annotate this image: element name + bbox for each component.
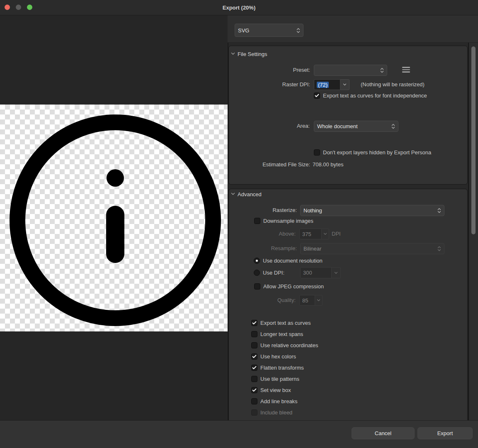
use-hex-colors-checkbox[interactable]: Use hex colors xyxy=(251,353,296,360)
checkbox-label: Use tile patterns xyxy=(260,376,299,382)
preset-label: Preset: xyxy=(265,67,310,73)
raster-dpi-label: Raster DPI: xyxy=(260,81,310,88)
checkmark-icon xyxy=(252,366,257,370)
raster-dpi-note: (Nothing will be rasterized) xyxy=(361,81,425,88)
chevron-down-icon xyxy=(334,272,338,274)
longer-text-spans-checkbox[interactable]: Longer text spans xyxy=(251,331,303,337)
checkbox-box xyxy=(251,365,257,371)
checkbox-box xyxy=(254,218,260,224)
use-dpi-value: 300 xyxy=(303,270,312,276)
title-bar: Export (20%) xyxy=(0,0,478,15)
checkbox-box xyxy=(251,320,257,326)
checkbox-label: Use hex colors xyxy=(260,353,296,360)
above-dpi-value: 375 xyxy=(302,231,311,237)
checkbox-label: Add line breaks xyxy=(260,398,298,404)
rasterize-label: Rasterize: xyxy=(253,207,297,214)
window-title: Export (20%) xyxy=(0,0,478,15)
radio-dot xyxy=(254,270,260,276)
select-chevrons-icon xyxy=(296,28,300,33)
export-preview xyxy=(0,15,228,420)
raster-dpi-dropdown-button[interactable] xyxy=(340,79,349,90)
checkbox-box xyxy=(251,376,257,382)
checkbox-box xyxy=(314,93,320,99)
use-relative-coordinates-checkbox[interactable]: Use relative coordinates xyxy=(251,342,318,348)
rasterize-select-value: Nothing xyxy=(303,207,322,214)
quality-input: 85 xyxy=(299,295,315,306)
dont-export-hidden-layers-checkbox[interactable]: Don't export layers hidden by Export Per… xyxy=(314,149,431,156)
area-select-value: Whole document xyxy=(317,123,358,129)
checkbox-label: Flatten transforms xyxy=(260,365,304,371)
export-text-as-curves-checkbox[interactable]: Export text as curves xyxy=(251,319,311,326)
format-select[interactable]: SVG xyxy=(235,24,303,37)
checkbox-label: Export text as curves for font independe… xyxy=(323,93,427,99)
export-dialog: Export (20%) SVG File Settings Preset: xyxy=(0,0,478,448)
include-bleed-checkbox: Include bleed xyxy=(251,409,292,416)
scrollbar-thumb[interactable] xyxy=(471,46,476,234)
checkbox-box xyxy=(251,409,257,416)
chevron-down-icon xyxy=(317,299,320,302)
allow-jpeg-compression-checkbox[interactable]: Allow JPEG compression xyxy=(254,283,324,290)
format-select-value: SVG xyxy=(238,27,249,34)
checkbox-box xyxy=(251,331,257,337)
checkmark-icon xyxy=(252,355,257,358)
radio-label: Use DPI: xyxy=(263,270,284,276)
use-tile-patterns-checkbox[interactable]: Use tile patterns xyxy=(251,375,299,382)
select-chevrons-icon xyxy=(391,124,395,129)
checkbox-box xyxy=(314,149,320,156)
dpi-unit-label: DPI xyxy=(332,231,341,237)
checkbox-label: Longer text spans xyxy=(260,331,303,337)
quality-dropdown-button xyxy=(315,295,323,306)
chevron-down-icon xyxy=(343,83,347,86)
close-button[interactable] xyxy=(5,5,10,10)
checkbox-label: Downsample images xyxy=(263,218,313,224)
use-dpi-radio[interactable]: Use DPI: xyxy=(254,269,284,276)
preset-select[interactable] xyxy=(314,65,387,76)
cancel-button[interactable]: Cancel xyxy=(352,427,415,439)
set-view-box-checkbox[interactable]: Set view box xyxy=(251,387,291,393)
checkbox-box xyxy=(251,342,257,348)
transparency-checkerboard xyxy=(0,105,228,331)
radio-dot xyxy=(254,258,260,264)
checkbox-label: Use relative coordinates xyxy=(260,342,318,348)
select-chevrons-icon xyxy=(380,68,384,73)
checkbox-label: Include bleed xyxy=(260,409,292,416)
checkbox-label: Export text as curves xyxy=(260,320,311,326)
hamburger-icon xyxy=(402,67,410,68)
raster-dpi-value: (72) xyxy=(317,82,329,88)
rasterize-select[interactable]: Nothing xyxy=(300,205,444,216)
estimated-size-value: 708.00 bytes xyxy=(313,161,343,168)
minimize-button[interactable] xyxy=(16,5,21,10)
above-dpi-dropdown-button xyxy=(322,229,329,239)
advanced-title[interactable]: Advanced xyxy=(238,191,262,198)
file-settings-collapse-icon[interactable] xyxy=(231,52,235,55)
checkbox-label: Set view box xyxy=(260,387,291,393)
preset-menu-button[interactable] xyxy=(402,67,410,73)
checkbox-box xyxy=(251,353,257,360)
use-dpi-input: 300 xyxy=(300,267,332,278)
use-document-resolution-radio[interactable]: Use document resolution xyxy=(254,257,323,264)
quality-value: 85 xyxy=(302,297,308,304)
above-dpi-input: 375 xyxy=(299,229,322,239)
zoom-button[interactable] xyxy=(27,5,32,10)
raster-dpi-input[interactable]: (72) xyxy=(314,79,340,90)
resample-select-value: Bilinear xyxy=(303,246,321,252)
resample-select: Bilinear xyxy=(300,243,444,254)
select-chevrons-icon xyxy=(437,208,441,213)
quality-label: Quality: xyxy=(261,297,296,304)
above-label: Above: xyxy=(261,231,296,237)
file-settings-title[interactable]: File Settings xyxy=(238,51,267,58)
export-text-curves-font-checkbox[interactable]: Export text as curves for font independe… xyxy=(314,92,427,99)
export-button[interactable]: Export xyxy=(417,427,473,439)
add-line-breaks-checkbox[interactable]: Add line breaks xyxy=(251,398,298,404)
chevron-down-icon xyxy=(323,233,327,235)
flatten-transforms-checkbox[interactable]: Flatten transforms xyxy=(251,364,304,371)
checkbox-box xyxy=(251,398,257,404)
advanced-collapse-icon[interactable] xyxy=(231,192,235,195)
select-chevrons-icon xyxy=(437,246,441,251)
checkmark-icon xyxy=(315,94,319,97)
use-dpi-dropdown-button xyxy=(332,267,341,278)
area-label: Area: xyxy=(265,123,310,129)
area-select[interactable]: Whole document xyxy=(314,121,398,132)
checkmark-icon xyxy=(252,321,257,325)
downsample-images-checkbox[interactable]: Downsample images xyxy=(254,217,313,224)
